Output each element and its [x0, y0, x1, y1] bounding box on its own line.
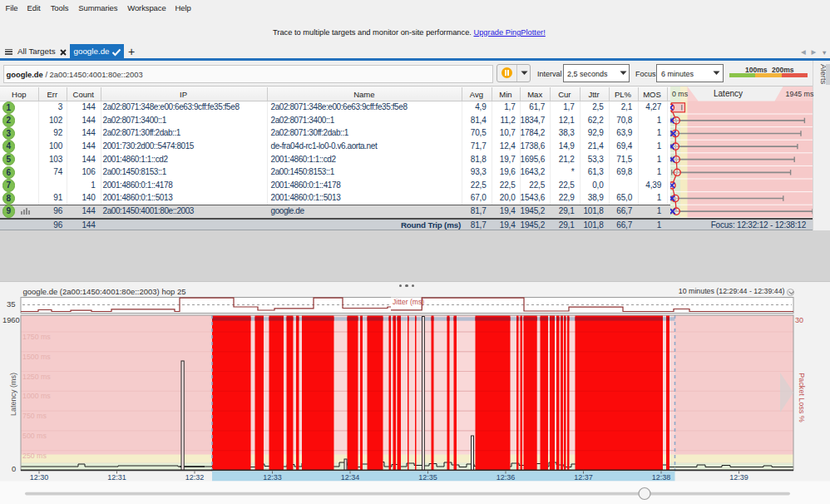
svg-text:12:32: 12:32	[185, 473, 205, 482]
svg-text:0: 0	[12, 465, 16, 473]
svg-text:500 ms: 500 ms	[22, 432, 47, 440]
svg-text:12:38: 12:38	[652, 473, 671, 482]
svg-text:750 ms: 750 ms	[22, 412, 47, 420]
svg-text:12:39: 12:39	[729, 473, 748, 482]
svg-text:12:33: 12:33	[263, 473, 282, 482]
svg-text:1500 ms: 1500 ms	[22, 353, 51, 361]
svg-text:250 ms: 250 ms	[22, 452, 47, 460]
svg-text:Latency (ms): Latency (ms)	[9, 373, 17, 416]
svg-text:12:30: 12:30	[30, 473, 49, 482]
svg-text:1960: 1960	[2, 316, 20, 324]
svg-text:12:36: 12:36	[497, 473, 516, 482]
svg-text:30: 30	[795, 316, 803, 324]
svg-text:Packet Loss %: Packet Loss %	[798, 373, 806, 422]
svg-text:35: 35	[7, 299, 16, 309]
svg-text:1750 ms: 1750 ms	[22, 333, 51, 341]
svg-text:1250 ms: 1250 ms	[22, 373, 51, 381]
svg-text:12:37: 12:37	[574, 473, 593, 482]
svg-text:Jitter (ms): Jitter (ms)	[393, 298, 424, 306]
svg-text:12:35: 12:35	[418, 473, 437, 482]
svg-text:12:34: 12:34	[341, 473, 360, 482]
svg-text:12:31: 12:31	[107, 473, 126, 482]
svg-text:1000 ms: 1000 ms	[22, 392, 51, 400]
